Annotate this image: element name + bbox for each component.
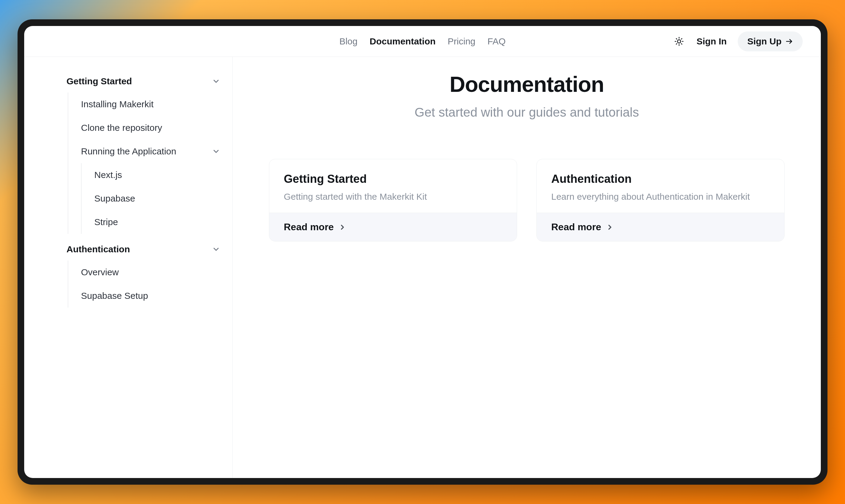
card-description: Getting started with the Makerkit Kit [284,192,502,202]
sidebar: Getting Started Installing Makerkit Clon… [24,57,233,478]
svg-point-0 [677,40,681,43]
card-title: Getting Started [284,173,502,185]
sidebar-sub-children: Next.js Supabase Stripe [81,163,220,234]
page-subtitle: Get started with our guides and tutorial… [269,105,785,120]
nav-links: Blog Documentation Pricing FAQ [339,36,506,47]
sidebar-item-label: Overview [81,267,220,277]
nav-link-documentation[interactable]: Documentation [370,36,435,47]
sidebar-section-title: Authentication [67,244,130,254]
sidebar-item-stripe[interactable]: Stripe [82,210,220,234]
sidebar-section-title: Getting Started [67,76,132,86]
chevron-down-icon [212,77,220,86]
top-nav: Blog Documentation Pricing FAQ [24,26,821,57]
chevron-right-icon [339,223,346,231]
card-body: Authentication Learn everything about Au… [537,159,784,213]
sidebar-item-supabase[interactable]: Supabase [82,187,220,210]
sun-icon [674,37,684,46]
nav-link-faq[interactable]: FAQ [487,36,506,47]
sign-in-link[interactable]: Sign In [697,36,727,47]
sidebar-section-authentication[interactable]: Authentication [67,240,220,259]
chevron-right-icon [606,223,614,231]
svg-line-3 [676,38,677,39]
main-content: Documentation Get started with our guide… [233,57,821,478]
card-cta-label: Read more [284,221,334,233]
device-frame: Blog Documentation Pricing FAQ [18,19,827,485]
card-title: Authentication [551,173,770,185]
sidebar-item-clone-repository[interactable]: Clone the repository [68,116,220,140]
svg-line-7 [676,43,677,44]
sidebar-item-label: Clone the repository [81,123,220,133]
sidebar-item-nextjs[interactable]: Next.js [82,163,220,187]
svg-line-8 [681,38,682,39]
sidebar-item-label: Installing Makerkit [81,99,220,109]
card-read-more-button[interactable]: Read more [537,213,784,241]
card-read-more-button[interactable]: Read more [269,213,517,241]
sidebar-item-label: Supabase [94,193,135,203]
chevron-down-icon [212,245,220,253]
page-title: Documentation [269,72,785,97]
card-body: Getting Started Getting started with the… [269,159,517,213]
chevron-down-icon [212,147,220,156]
sidebar-item-label: Stripe [94,217,118,227]
card-authentication[interactable]: Authentication Learn everything about Au… [536,159,785,241]
sidebar-item-installing-makerkit[interactable]: Installing Makerkit [68,92,220,116]
sidebar-item-label: Supabase Setup [81,291,220,301]
svg-line-4 [681,43,682,44]
sign-up-label: Sign Up [748,36,781,47]
sidebar-children: Overview Supabase Setup [68,260,220,308]
theme-toggle-button[interactable] [672,35,686,48]
sidebar-item-supabase-setup[interactable]: Supabase Setup [68,284,220,308]
top-right-controls: Sign In Sign Up [672,32,803,51]
nav-link-blog[interactable]: Blog [339,36,358,47]
card-grid: Getting Started Getting started with the… [269,159,785,241]
sign-up-button[interactable]: Sign Up [738,32,803,51]
arrow-right-icon [785,37,793,45]
app-screen: Blog Documentation Pricing FAQ [24,26,821,478]
sidebar-children: Installing Makerkit Clone the repository… [68,92,220,234]
card-getting-started[interactable]: Getting Started Getting started with the… [269,159,517,241]
sidebar-section-getting-started[interactable]: Getting Started [67,72,220,91]
nav-link-pricing[interactable]: Pricing [448,36,475,47]
card-description: Learn everything about Authentication in… [551,192,770,202]
card-cta-label: Read more [551,221,601,233]
sidebar-item-overview[interactable]: Overview [68,260,220,284]
sidebar-item-label: Next.js [94,170,122,180]
sidebar-item-running-application[interactable]: Running the Application [68,140,220,163]
sidebar-item-label: Running the Application [81,146,212,157]
